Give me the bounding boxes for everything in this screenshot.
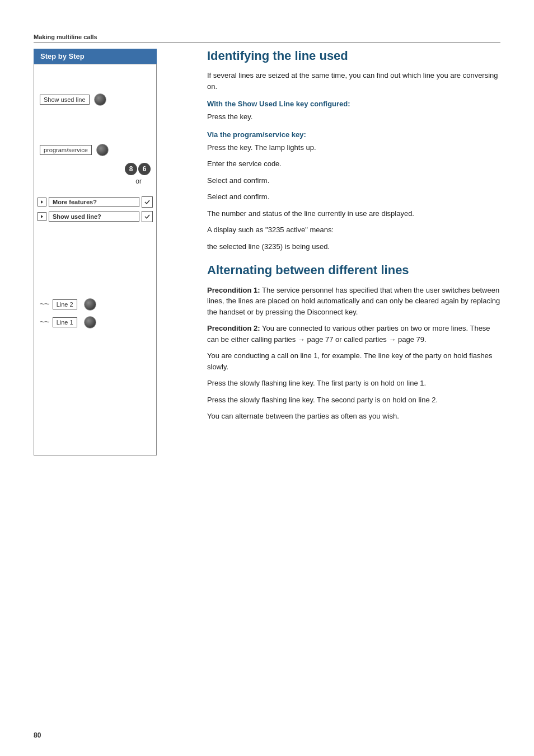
or-text: or	[34, 177, 142, 185]
header-text: Making multiline calls	[34, 34, 97, 40]
program-service-label: program/service	[40, 145, 92, 155]
line2-row: ~~ Line 2	[40, 298, 151, 311]
svg-marker-0	[41, 200, 43, 204]
more-features-label: More features?	[49, 197, 139, 207]
show-used-line-step: Show used line	[40, 93, 151, 106]
sub5-text1: A display such as "3235 active" means:	[207, 224, 500, 236]
service-code-6: 6	[138, 163, 151, 175]
sub2-text2: Enter the service code.	[207, 158, 500, 170]
section2-title: Alternating between different lines	[207, 263, 500, 278]
line1-flash-icon: ~~	[40, 317, 49, 327]
precondition1-text: Precondition 1: The service personnel ha…	[207, 285, 500, 318]
page-container: Making multiline calls Step by Step Show…	[0, 0, 534, 756]
more-features-arrow	[38, 198, 46, 206]
right-panel: Identifying the line used If several lin…	[196, 49, 500, 456]
line1-label: Line 1	[53, 317, 77, 327]
sub4-text1: The number and status of the line curren…	[207, 208, 500, 219]
show-used-line-menu-arrow	[38, 212, 46, 221]
alt-text1: You are conducting a call on line 1, for…	[207, 350, 500, 372]
service-code-8: 8	[125, 163, 137, 175]
line2-flash-icon: ~~	[40, 299, 49, 309]
program-service-step: program/service	[40, 144, 151, 156]
sub3-text1: Select and confirm.	[207, 175, 500, 186]
show-used-line-menu-label: Show used line?	[49, 212, 139, 222]
line1-button[interactable]	[84, 316, 96, 328]
left-panel: Step by Step Show used line program/serv…	[34, 49, 196, 456]
show-used-line-label: Show used line	[40, 95, 90, 105]
line1-row: ~~ Line 1	[40, 316, 151, 328]
sub1-heading: With the Show Used Line key configured:	[207, 100, 500, 108]
show-used-line-button[interactable]	[94, 93, 106, 106]
line2-action: Press the slowly flashing line key. The …	[207, 378, 500, 389]
alt-text2: You can alternate between the parties as…	[207, 411, 500, 422]
step-by-step-header: Step by Step	[34, 49, 157, 64]
precondition1-label: Precondition 1:	[207, 286, 260, 294]
sub2-text1: Press the key. The lamp lights up.	[207, 142, 500, 153]
section1-intro: If several lines are seized at the same …	[207, 70, 500, 92]
line2-button[interactable]	[84, 298, 96, 311]
sub1-text: Press the key.	[207, 111, 500, 123]
service-codes: 8 6	[34, 163, 151, 175]
show-used-line-menu-row: Show used line?	[38, 211, 153, 222]
show-used-line-check	[142, 211, 153, 222]
precondition2-text: Precondition 2: You are connected to var…	[207, 323, 500, 345]
step-box-border: Show used line program/service 8	[34, 64, 157, 456]
sub3-text2: Select and confirm.	[207, 191, 500, 203]
page-number: 80	[34, 731, 41, 739]
line1-action: Press the slowly flashing line key. The …	[207, 395, 500, 406]
svg-marker-1	[41, 215, 43, 218]
more-features-row: More features?	[38, 196, 153, 208]
program-service-button[interactable]	[96, 144, 109, 156]
precondition2-label: Precondition 2:	[207, 324, 260, 332]
section1-title: Identifying the line used	[207, 49, 500, 63]
sub5-text2: the selected line (3235) is being used.	[207, 241, 500, 252]
sub2-heading: Via the program/service key:	[207, 130, 500, 139]
line2-label: Line 2	[53, 299, 77, 309]
main-layout: Step by Step Show used line program/serv…	[34, 49, 500, 456]
page-header: Making multiline calls	[34, 34, 500, 43]
more-features-check	[142, 196, 153, 208]
